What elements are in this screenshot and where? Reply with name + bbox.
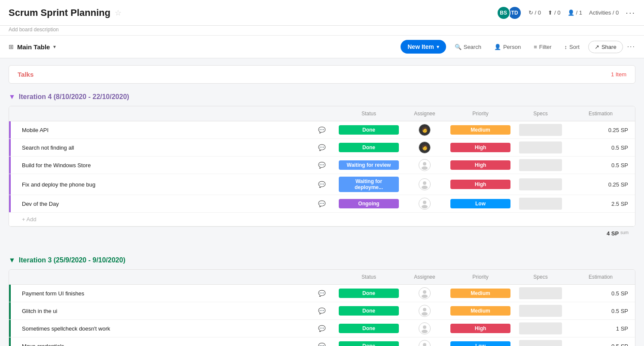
- iteration4-sum: 4 SP: [607, 230, 619, 237]
- cell-priority[interactable]: High: [446, 158, 515, 172]
- cell-specs: [515, 121, 566, 138]
- cell-status[interactable]: Ongoing: [334, 196, 403, 211]
- cell-comment[interactable]: 💬: [309, 305, 334, 317]
- cell-assignee: [403, 320, 446, 337]
- cell-comment[interactable]: 💬: [309, 159, 334, 171]
- cell-priority[interactable]: Medium: [446, 304, 515, 318]
- status-badge: Waiting for review: [339, 160, 399, 170]
- share-icon: ⬆: [548, 9, 553, 16]
- cell-priority[interactable]: High: [446, 321, 515, 336]
- cell-comment[interactable]: 💬: [309, 198, 334, 210]
- header-stat-person[interactable]: 👤 / 1: [568, 9, 582, 16]
- cell-status[interactable]: Done: [334, 123, 403, 137]
- star-icon[interactable]: ☆: [115, 8, 122, 18]
- specs-value: [519, 305, 562, 317]
- cell-name: Mobile API: [9, 124, 309, 136]
- cell-comment[interactable]: 💬: [309, 141, 334, 153]
- estimation-value: 0.25 SP: [608, 181, 628, 188]
- header-stat-person-value: / 1: [576, 9, 582, 16]
- cell-priority[interactable]: Medium: [446, 123, 515, 137]
- cell-comment[interactable]: 💬: [309, 287, 334, 299]
- iteration4-sum-row: 4 SP sum: [9, 227, 635, 240]
- cell-estimation: 0.5 SP: [566, 340, 635, 346]
- iteration4-add-row[interactable]: + Add: [9, 213, 635, 226]
- header-more-button[interactable]: ···: [626, 8, 635, 18]
- sort-button[interactable]: ↕ Sort: [560, 41, 584, 53]
- app-header: Scrum Sprint Planning ☆ BS TD ↻ / 0 ⬆ / …: [0, 0, 644, 26]
- iteration4-sum-label: sum: [620, 230, 629, 237]
- comment-icon: 💬: [318, 200, 325, 207]
- svg-point-3: [422, 186, 428, 189]
- search-button[interactable]: 🔍 Search: [450, 41, 486, 53]
- person-filter-icon: 👤: [494, 44, 501, 50]
- filter-button[interactable]: ≡ Filter: [529, 41, 556, 53]
- header-stat-activity[interactable]: Activities / 0: [589, 9, 619, 16]
- cell-priority[interactable]: High: [446, 140, 515, 155]
- new-item-button[interactable]: New Item ▾: [401, 40, 446, 54]
- cell-priority[interactable]: Low: [446, 196, 515, 211]
- row-name: Build for the Windows Store: [22, 162, 91, 168]
- share-button[interactable]: ↗ Share: [588, 41, 623, 53]
- avatar: [419, 340, 431, 346]
- comment-icon: 💬: [318, 325, 325, 332]
- iteration4-header: ▼ Iteration 4 (8/10/2020 - 22/10/2020): [9, 90, 635, 103]
- row-name: Dev of the Day: [22, 201, 59, 207]
- cell-specs: [515, 139, 566, 156]
- cell-comment[interactable]: 💬: [309, 124, 334, 136]
- cell-status[interactable]: Done: [334, 140, 403, 155]
- cell-assignee: [403, 195, 446, 212]
- cell-status[interactable]: Waiting for review: [334, 158, 403, 172]
- header-stat-share-value: / 0: [554, 9, 560, 16]
- cell-priority[interactable]: High: [446, 177, 515, 192]
- priority-badge: Low: [450, 199, 510, 208]
- app-title: Scrum Sprint Planning: [9, 7, 110, 18]
- cell-priority[interactable]: Medium: [446, 286, 515, 301]
- cell-comment[interactable]: 💬: [309, 178, 334, 190]
- cell-status[interactable]: Done: [334, 321, 403, 336]
- cell-name: Build for the Windows Store: [9, 159, 309, 171]
- header-stat-share[interactable]: ⬆ / 0: [548, 9, 560, 16]
- comment-icon: 💬: [318, 343, 325, 346]
- cell-assignee: [403, 302, 446, 319]
- main-table-label[interactable]: Main Table: [17, 43, 50, 51]
- main-table-chevron-icon[interactable]: ▾: [53, 44, 56, 50]
- cell-priority[interactable]: Low: [446, 339, 515, 346]
- iteration3-collapse-icon[interactable]: ▼: [9, 256, 15, 264]
- priority-badge: Medium: [450, 306, 510, 316]
- cell-comment[interactable]: 💬: [309, 322, 334, 334]
- row-name: Mobile API: [22, 127, 49, 133]
- row-bar: [9, 174, 11, 195]
- estimation-value: 1 SP: [616, 325, 628, 332]
- col-header-priority: Priority: [446, 272, 515, 282]
- cell-specs: [515, 176, 566, 193]
- cell-status[interactable]: Done: [334, 339, 403, 346]
- cell-estimation: 1 SP: [566, 323, 635, 334]
- col-header-specs: Specs: [515, 109, 566, 118]
- cell-specs: [515, 156, 566, 174]
- cell-status[interactable]: Done: [334, 304, 403, 318]
- talks-item-count: 1 Item: [611, 71, 626, 78]
- comment-icon: 💬: [318, 290, 325, 297]
- priority-badge: High: [450, 143, 510, 152]
- cell-status[interactable]: Waiting for deployme...: [334, 174, 403, 195]
- header-stat-refresh[interactable]: ↻ / 0: [529, 9, 541, 16]
- table-row: Move credentials 💬 Done Low: [9, 337, 635, 346]
- table-row: Payment form UI finishes 💬 Done Medium: [9, 285, 635, 302]
- priority-badge: High: [450, 160, 510, 170]
- person-filter-button[interactable]: 👤 Person: [490, 41, 525, 53]
- share-icon-btn: ↗: [595, 44, 599, 50]
- estimation-value: 0.25 SP: [608, 127, 628, 133]
- row-name: Search not finding all: [22, 144, 74, 151]
- avatar-bs[interactable]: BS: [497, 6, 510, 20]
- row-name: Sometimes spellcheck doesn't work: [22, 325, 110, 332]
- cell-comment[interactable]: 💬: [309, 340, 334, 346]
- toolbar-more-button[interactable]: ···: [627, 43, 635, 51]
- cell-status[interactable]: Done: [334, 286, 403, 301]
- talks-title: Talks: [18, 71, 33, 78]
- board-description[interactable]: Add board description: [0, 26, 644, 36]
- specs-value: [519, 178, 562, 190]
- header-stat-refresh-value: / 0: [535, 9, 541, 16]
- row-name: Fix and deploy the phone bug: [22, 181, 95, 188]
- iteration3-table-header: Status Assignee Priority Specs Estimatio…: [9, 270, 635, 285]
- iteration4-collapse-icon[interactable]: ▼: [9, 93, 15, 101]
